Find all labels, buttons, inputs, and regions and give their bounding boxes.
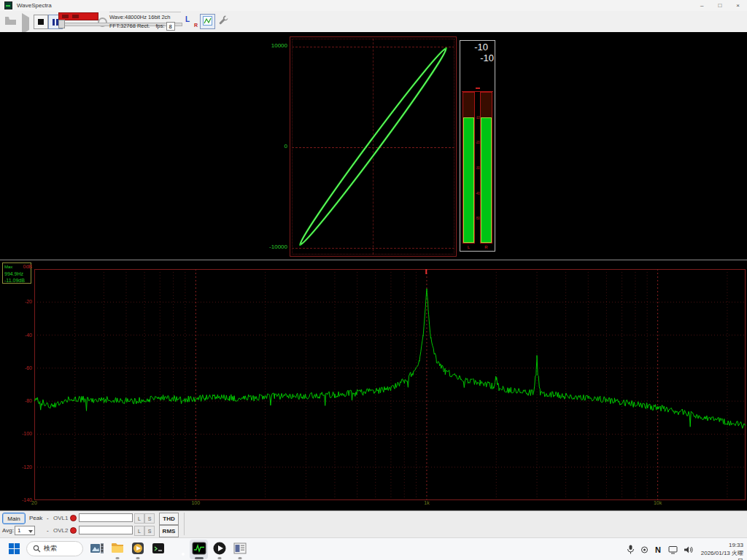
running-indicator xyxy=(136,557,139,559)
taskbar-app-button[interactable] xyxy=(88,540,106,559)
lr-swap-button[interactable]: L R xyxy=(185,15,198,28)
media-import-icon xyxy=(90,541,104,559)
taskbar-clock[interactable]: 19:33 2026/01/13 火曜日 xyxy=(695,541,743,560)
control-divider xyxy=(184,513,185,535)
stop-button[interactable] xyxy=(34,15,48,29)
meter-channel-label: R xyxy=(480,245,492,249)
ovl1-label: OVL1 xyxy=(53,515,68,521)
play-icon xyxy=(22,13,29,34)
search-icon xyxy=(33,542,41,556)
status-icon[interactable] xyxy=(640,545,649,554)
windows-logo-icon xyxy=(9,543,14,548)
meter-db-left: -10 xyxy=(474,42,488,52)
close-button[interactable]: × xyxy=(736,2,740,9)
meter-bar-left xyxy=(462,92,475,244)
format-info: Wave:48000Hz 16bit 2ch FFT:32768 Rect. f… xyxy=(109,12,181,34)
maximize-button[interactable]: □ xyxy=(718,2,721,9)
avg-select[interactable]: 1 xyxy=(15,526,35,535)
y-axis-tick-label: -60 xyxy=(0,365,32,370)
s-button-1[interactable]: S xyxy=(144,513,155,524)
running-indicator xyxy=(115,557,119,559)
display-mode-button[interactable] xyxy=(200,14,215,29)
meter-scale-label: -30 xyxy=(476,166,480,170)
channel-r-label: R xyxy=(194,23,198,28)
open-file-button[interactable] xyxy=(4,15,17,28)
app-icon xyxy=(4,1,12,9)
peak-dash: - xyxy=(47,515,49,521)
spectrum-display-icon xyxy=(203,15,212,28)
video-player-icon xyxy=(212,541,227,559)
fft-info-label: FFT:32768 Rect. xyxy=(109,22,150,31)
avg-dash: - xyxy=(47,527,49,534)
lissajous-y-min-label: -10000 xyxy=(261,244,287,250)
peak-legend-freq: 994.9Hz xyxy=(4,271,29,277)
ovl2-input[interactable] xyxy=(79,526,133,534)
taskbar-app-button[interactable] xyxy=(210,540,228,559)
thd-button[interactable]: THD xyxy=(159,513,179,525)
y-axis-tick-label: -80 xyxy=(0,398,32,403)
media-player-icon xyxy=(131,541,145,559)
meter-zero-tick xyxy=(476,88,480,89)
wavespectra-window: WaveSpectra – □ × Wave: xyxy=(0,0,747,560)
fps-input[interactable] xyxy=(166,22,175,31)
y-axis-tick-label: -120 xyxy=(0,464,32,470)
search-label: 検索 xyxy=(44,544,57,553)
peak-legend-level: -11.09dB xyxy=(4,277,29,284)
settings-button[interactable] xyxy=(217,15,230,28)
meter-scale-label: -40 xyxy=(476,191,480,195)
taskbar-app-button[interactable] xyxy=(108,540,126,559)
mic-icon[interactable] xyxy=(627,545,635,554)
wrench-icon xyxy=(218,15,228,28)
scope-panel: 10000 0 -10000 -10 -10 -10-20-30-40-50 L… xyxy=(0,32,747,260)
avg-value: 1 xyxy=(18,527,20,534)
ovl1-input[interactable] xyxy=(79,513,133,522)
minimize-button[interactable]: – xyxy=(700,2,703,9)
x-axis-tick-label: 100 xyxy=(191,500,200,505)
meter-channel-labels: LR xyxy=(460,245,495,251)
meter-scale-label: -50 xyxy=(476,216,480,220)
running-indicator xyxy=(217,557,221,559)
x-axis-tick-label: 20 xyxy=(31,500,37,505)
taskbar-app-button[interactable] xyxy=(149,540,167,559)
taskbar-apps xyxy=(88,540,249,559)
letter-n-icon[interactable]: N xyxy=(654,545,662,554)
fps-label: fps: xyxy=(155,22,164,31)
search-box[interactable]: 検索 xyxy=(26,541,83,556)
lissajous-y-zero-label: 0 xyxy=(261,143,287,149)
taskbar-app-button[interactable] xyxy=(128,540,147,559)
lissajous-trace-highlight xyxy=(297,46,450,246)
peak-label: Peak xyxy=(29,515,42,521)
pause-icon xyxy=(53,19,58,26)
meter-channel-label: L xyxy=(462,245,475,249)
meter-scale-label: -10 xyxy=(476,115,480,120)
l-button-1[interactable]: L xyxy=(134,513,144,524)
spectrum-plot xyxy=(34,269,746,500)
stop-icon xyxy=(38,19,44,25)
system-tray: N xyxy=(627,545,693,554)
lissajous-y-max-label: 10000 xyxy=(261,42,287,49)
terminal-icon xyxy=(151,541,166,559)
taskbar-app-button[interactable] xyxy=(190,540,208,559)
play-button[interactable] xyxy=(22,18,29,31)
rms-button[interactable]: RMS xyxy=(159,525,179,537)
taskbar-app-button[interactable] xyxy=(231,540,249,559)
meter-db-right: -10 xyxy=(480,52,494,63)
running-indicator xyxy=(195,557,204,559)
app-window-icon xyxy=(233,541,247,559)
chevron-down-icon xyxy=(28,530,33,533)
speaker-icon[interactable] xyxy=(684,545,693,554)
taskbar: 検索 N 19:33 2026/01/13 火曜日 xyxy=(0,537,747,560)
l-button-2[interactable]: L xyxy=(134,526,144,536)
ovl2-label: OVL2 xyxy=(53,527,68,534)
file-explorer-icon xyxy=(110,541,125,559)
s-button-2[interactable]: S xyxy=(144,526,155,536)
start-button[interactable] xyxy=(9,543,20,555)
y-axis-tick-label: -40 xyxy=(0,332,32,338)
main-button[interactable]: Main xyxy=(2,513,26,524)
time-label: 19:33 xyxy=(695,541,743,549)
taskbar-app-button[interactable] xyxy=(169,540,187,559)
toolbar: Wave:48000Hz 16bit 2ch FFT:32768 Rect. f… xyxy=(0,11,747,33)
display-icon[interactable] xyxy=(668,545,678,554)
position-slider-thumb[interactable] xyxy=(58,20,65,28)
y-axis-top-label: 0dB xyxy=(0,264,32,269)
